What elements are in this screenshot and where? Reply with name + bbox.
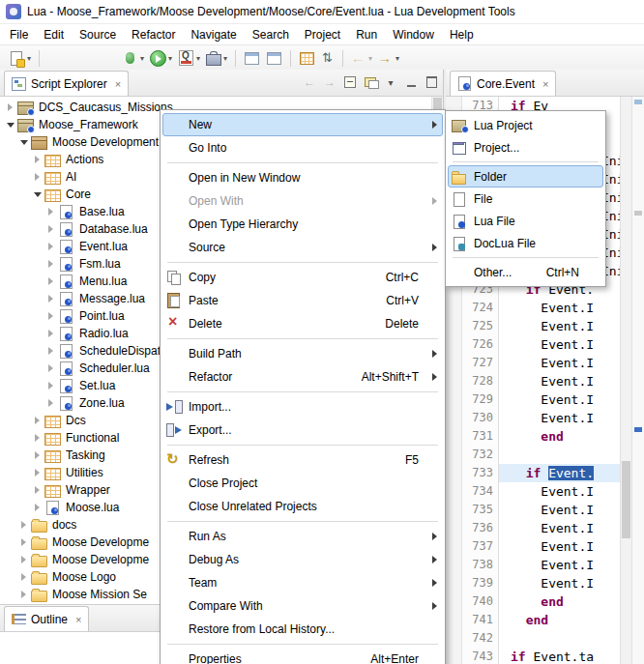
coverage-button[interactable] xyxy=(176,47,202,69)
expand-arrow-icon[interactable] xyxy=(44,295,57,303)
collapse-arrow-icon[interactable] xyxy=(17,140,30,145)
expand-arrow-icon[interactable] xyxy=(31,417,44,424)
expand-arrow-icon[interactable] xyxy=(44,277,57,285)
dropdown-arrow-icon[interactable] xyxy=(395,54,399,63)
menu-item-lua-file[interactable]: Lua File xyxy=(448,210,603,232)
expand-arrow-icon[interactable] xyxy=(44,382,57,390)
expand-arrow-icon[interactable] xyxy=(31,434,44,442)
menu-search[interactable]: Search xyxy=(245,26,297,43)
expand-arrow-icon[interactable] xyxy=(31,469,44,476)
code-line[interactable]: Event.I xyxy=(499,390,620,409)
menu-item-delete[interactable]: DeleteDelete xyxy=(162,312,443,335)
menu-item-import[interactable]: Import... xyxy=(162,395,443,419)
expand-arrow-icon[interactable] xyxy=(31,451,44,459)
view-menu-button[interactable] xyxy=(383,74,398,90)
dropdown-arrow-icon[interactable] xyxy=(368,54,372,63)
code-line[interactable]: if Event. xyxy=(499,464,620,482)
expand-arrow-icon[interactable] xyxy=(4,103,16,111)
menu-item-open-with[interactable]: Open With xyxy=(162,189,443,213)
external-tools-button[interactable] xyxy=(204,47,229,69)
expand-arrow-icon[interactable] xyxy=(44,243,57,250)
menu-project[interactable]: Project xyxy=(297,26,348,43)
menu-item-refresh[interactable]: RefreshF5 xyxy=(162,448,443,472)
expand-arrow-icon[interactable] xyxy=(17,573,30,581)
menu-item-export[interactable]: Export... xyxy=(162,419,443,442)
menu-item-debug-as[interactable]: Debug As xyxy=(162,548,443,571)
menu-item-other[interactable]: Other...Ctrl+N xyxy=(448,261,603,283)
collapse-all-button[interactable] xyxy=(342,74,358,90)
forward-button[interactable] xyxy=(376,47,401,69)
menu-edit[interactable]: Edit xyxy=(36,26,72,43)
expand-arrow-icon[interactable] xyxy=(31,156,44,163)
expand-arrow-icon[interactable] xyxy=(44,347,57,355)
expand-arrow-icon[interactable] xyxy=(31,504,44,511)
sort-button[interactable] xyxy=(319,47,337,69)
expand-arrow-icon[interactable] xyxy=(44,208,57,216)
run-button[interactable] xyxy=(148,47,174,69)
code-line[interactable]: end xyxy=(499,592,620,611)
menu-run[interactable]: Run xyxy=(348,26,385,43)
code-line[interactable]: end xyxy=(499,611,620,629)
dropdown-arrow-icon[interactable] xyxy=(27,54,31,63)
menu-item-folder[interactable]: Folder xyxy=(448,165,603,188)
code-line[interactable]: Event.I xyxy=(499,335,620,354)
menu-item-lua-project[interactable]: Lua Project xyxy=(448,114,603,136)
code-line[interactable]: Event.I xyxy=(499,482,620,501)
new-wizard-button[interactable] xyxy=(6,47,33,69)
expand-arrow-icon[interactable] xyxy=(44,225,57,233)
menu-item-refactor[interactable]: RefactorAlt+Shift+T xyxy=(162,365,443,389)
expand-arrow-icon[interactable] xyxy=(31,486,44,494)
dropdown-arrow-icon[interactable] xyxy=(223,54,227,63)
code-line[interactable]: Event.I xyxy=(499,537,620,556)
maximize-button[interactable] xyxy=(424,74,439,90)
collapse-arrow-icon[interactable] xyxy=(4,123,16,128)
menu-item-close-project[interactable]: Close Project xyxy=(162,472,443,495)
code-line[interactable]: Event.I xyxy=(499,574,620,592)
expand-arrow-icon[interactable] xyxy=(17,556,30,563)
code-line[interactable]: if Event.ta xyxy=(499,648,620,664)
back-arrow-button[interactable] xyxy=(302,74,317,90)
menu-item-properties[interactable]: PropertiesAlt+Enter xyxy=(162,648,443,664)
close-icon[interactable] xyxy=(75,614,81,625)
menu-item-build-path[interactable]: Build Path xyxy=(162,342,443,365)
code-line[interactable]: Event.I xyxy=(499,317,620,335)
menu-window[interactable]: Window xyxy=(385,26,442,43)
menu-help[interactable]: Help xyxy=(442,26,482,43)
editor-scrollbar[interactable] xyxy=(620,97,631,664)
code-line[interactable]: Event.I xyxy=(499,501,620,519)
expand-arrow-icon[interactable] xyxy=(44,260,57,268)
menu-item-go-into[interactable]: Go Into xyxy=(162,136,443,159)
menu-item-copy[interactable]: CopyCtrl+C xyxy=(162,266,443,289)
menu-item-open-in-new-window[interactable]: Open in New Window xyxy=(162,166,443,189)
close-icon[interactable] xyxy=(542,78,548,90)
menu-item-project[interactable]: Project... xyxy=(448,136,603,159)
code-line[interactable] xyxy=(499,629,620,648)
expand-arrow-icon[interactable] xyxy=(44,312,57,320)
menu-item-compare-with[interactable]: Compare With xyxy=(162,594,443,618)
code-line[interactable] xyxy=(499,446,620,464)
back-button[interactable] xyxy=(349,47,374,69)
expand-arrow-icon[interactable] xyxy=(44,330,57,337)
table-button[interactable] xyxy=(297,47,317,69)
code-line[interactable]: Event.I xyxy=(499,409,620,427)
dropdown-arrow-icon[interactable] xyxy=(196,54,200,63)
menu-file[interactable]: File xyxy=(2,26,36,43)
menu-item-new[interactable]: New xyxy=(162,113,443,136)
overview-ruler[interactable] xyxy=(631,97,644,664)
menu-item-team[interactable]: Team xyxy=(162,571,443,594)
collapse-arrow-icon[interactable] xyxy=(31,192,44,197)
code-line[interactable]: Event.I xyxy=(499,372,620,390)
menu-item-doclua-file[interactable]: DocLua File xyxy=(448,232,603,254)
menu-source[interactable]: Source xyxy=(72,26,124,43)
menu-item-open-type-hierarchy[interactable]: Open Type Hierarchy xyxy=(162,213,443,236)
debug-button[interactable] xyxy=(120,47,146,69)
editor-scrollbar-thumb[interactable] xyxy=(622,461,630,538)
link-with-editor-button[interactable] xyxy=(363,74,378,90)
code-line[interactable]: Event.I xyxy=(499,519,620,537)
outline-tab[interactable]: Outline xyxy=(4,606,89,631)
expand-arrow-icon[interactable] xyxy=(17,591,30,598)
menu-navigate[interactable]: Navigate xyxy=(183,26,244,43)
script-explorer-tab[interactable]: Script Explorer xyxy=(4,71,129,96)
menu-item-restore-from-local-history[interactable]: Restore from Local History... xyxy=(162,618,443,641)
dropdown-arrow-icon[interactable] xyxy=(168,54,172,63)
